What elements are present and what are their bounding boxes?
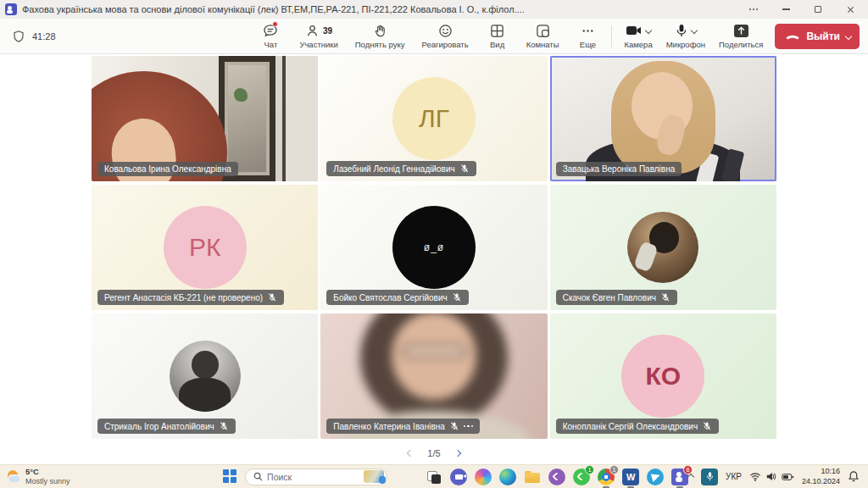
tray-expand-chevron[interactable] xyxy=(687,473,694,480)
taskbar-search[interactable] xyxy=(245,469,387,485)
viber-icon[interactable] xyxy=(548,469,565,485)
participant-tile-konoplanik[interactable]: КО Конопланік Сергій Олександрович xyxy=(550,313,776,439)
participants-button[interactable]: 39 Участники xyxy=(299,23,337,49)
search-input[interactable] xyxy=(267,472,359,482)
windows-taskbar: 5°C Mostly sunny 1 1 W xyxy=(0,464,868,488)
participant-name: Скачок Євген Павлович xyxy=(563,293,656,302)
nameplate: Завацька Вероніка Павлівна xyxy=(556,162,682,176)
copilot-icon[interactable] xyxy=(475,469,492,485)
participant-name: Ковальова Ірина Олександрівна xyxy=(104,164,231,174)
participants-count: 39 xyxy=(323,26,332,36)
weather-desc: Mostly sunny xyxy=(25,477,70,485)
participant-tile-pavlenko[interactable]: Павленко Катерина Іванівна xyxy=(320,313,547,439)
meeting-timer: 41:28 xyxy=(32,31,56,42)
leave-button[interactable]: Выйти xyxy=(775,24,860,49)
camera-dropdown-chevron[interactable] xyxy=(645,27,652,34)
nameplate: Лазебний Леонід Геннадійович xyxy=(326,161,476,176)
participant-tile-lazebnyi[interactable]: ЛГ Лазебний Леонід Геннадійович xyxy=(320,56,547,181)
microphone-label: Микрофон xyxy=(666,40,705,49)
start-button[interactable] xyxy=(223,469,237,484)
participant-tile-zavatska[interactable]: Завацька Вероніка Павлівна xyxy=(550,56,776,181)
nameplate: Бойко Святослав Сергійович xyxy=(326,290,468,305)
nameplate: Ковальова Ірина Олександрівна xyxy=(97,162,238,176)
mic-muted-icon xyxy=(702,421,712,431)
camera-label: Камера xyxy=(624,40,652,49)
clock-time: 10:16 xyxy=(821,467,840,475)
teams-taskbar-icon[interactable]: 6 xyxy=(671,469,688,485)
participant-name: Регент Анастасія КБ-221 (не проверено) xyxy=(104,293,263,302)
participant-grid: Ковальова Ірина Олександрівна ЛГ Лазебни… xyxy=(92,56,776,439)
participant-tile-boiko[interactable]: ø_ø Бойко Святослав Сергійович xyxy=(320,185,547,310)
battery-icon xyxy=(782,472,794,482)
participant-name: Лазебний Леонід Геннадійович xyxy=(333,164,454,174)
language-indicator[interactable]: УКР xyxy=(726,472,742,481)
mic-muted-icon xyxy=(267,292,277,302)
gallery-pagination: 1/5 xyxy=(0,448,868,458)
avatar: ЛГ xyxy=(392,77,476,160)
leave-label: Выйти xyxy=(806,30,840,42)
microphone-button[interactable]: Микрофон xyxy=(666,23,705,49)
page-indicator: 1/5 xyxy=(427,448,440,458)
participant-name: Павленко Катерина Іванівна xyxy=(333,422,444,431)
participant-tile-strykal[interactable]: Стрикаль Ігор Анатолійович xyxy=(92,313,318,439)
close-button[interactable] xyxy=(837,2,863,17)
window-more-button[interactable] xyxy=(741,2,766,17)
react-button[interactable]: Реагировать xyxy=(421,23,468,49)
participant-tile-skachok[interactable]: Скачок Євген Павлович xyxy=(550,185,776,310)
clock[interactable]: 10:16 24.10.2024 xyxy=(802,467,840,486)
participant-tile-rehent[interactable]: РК Регент Анастасія КБ-221 (не проверено… xyxy=(92,185,318,310)
speaker-icon xyxy=(765,471,777,482)
avatar-photo xyxy=(627,212,698,283)
more-label: Еще xyxy=(580,40,596,49)
whatsapp-icon[interactable]: 1 xyxy=(573,469,590,485)
view-label: Вид xyxy=(490,40,504,49)
tray-mic-indicator[interactable] xyxy=(701,469,718,485)
chat-button[interactable]: Чат xyxy=(259,23,282,49)
weather-widget[interactable]: 5°C Mostly sunny xyxy=(0,468,121,485)
nameplate: Стрикаль Ігор Анатолійович xyxy=(97,419,236,434)
more-button[interactable]: Еще xyxy=(576,23,599,49)
participant-more-button[interactable] xyxy=(464,425,474,428)
wifi-icon xyxy=(749,471,761,482)
tray-mic-icon xyxy=(705,471,715,482)
mic-muted-icon xyxy=(459,164,470,174)
edge-browser-icon[interactable] xyxy=(499,469,516,485)
teams-meeting-window: Фахова українська мова та основи ділової… xyxy=(0,0,868,488)
leave-dropdown-chevron[interactable] xyxy=(845,32,852,39)
chrome-icon[interactable]: 1 xyxy=(598,469,615,485)
share-label: Поделиться xyxy=(719,40,763,49)
search-highlight-image[interactable] xyxy=(364,470,384,483)
raise-hand-button[interactable]: Поднять руку xyxy=(355,23,405,49)
word-icon[interactable]: W xyxy=(622,469,639,485)
view-grid-icon xyxy=(490,24,504,38)
task-view-icon[interactable] xyxy=(426,469,442,485)
minimize-button[interactable] xyxy=(773,2,798,17)
notification-bell-icon[interactable] xyxy=(848,470,860,483)
file-explorer-icon[interactable] xyxy=(524,469,541,486)
hangup-icon xyxy=(785,32,800,40)
nameplate: Регент Анастасія КБ-221 (не проверено) xyxy=(97,290,284,305)
word-glyph: W xyxy=(626,472,635,482)
nameplate: Конопланік Сергій Олександрович xyxy=(556,419,719,434)
participant-tile-kovalova[interactable]: Ковальова Ірина Олександрівна xyxy=(92,56,318,181)
mic-muted-icon xyxy=(452,292,462,302)
microphone-dropdown-chevron[interactable] xyxy=(691,27,698,34)
participant-name: Стрикаль Ігор Анатолійович xyxy=(104,422,214,431)
system-tray: УКР 10:16 24.10.2024 xyxy=(688,467,868,486)
telegram-icon[interactable] xyxy=(647,469,664,485)
window-titlebar: Фахова українська мова та основи ділової… xyxy=(0,0,868,19)
share-button[interactable]: Поделиться xyxy=(719,23,763,49)
avatar-initials: КО xyxy=(646,362,682,391)
view-button[interactable]: Вид xyxy=(486,23,509,49)
whatsapp-badge: 1 xyxy=(585,465,594,474)
next-page-button[interactable] xyxy=(453,448,463,458)
rooms-icon xyxy=(536,24,550,38)
participant-name: Завацька Вероніка Павлівна xyxy=(563,164,676,174)
camera-button[interactable]: Камера xyxy=(624,23,652,49)
rooms-button[interactable]: Комнаты xyxy=(526,23,559,49)
chat-app-icon[interactable] xyxy=(450,469,467,485)
window-title: Фахова українська мова та основи ділової… xyxy=(22,4,525,14)
tray-status-icons[interactable] xyxy=(749,471,794,482)
maximize-button[interactable] xyxy=(805,2,831,17)
prev-page-button[interactable] xyxy=(405,448,415,458)
